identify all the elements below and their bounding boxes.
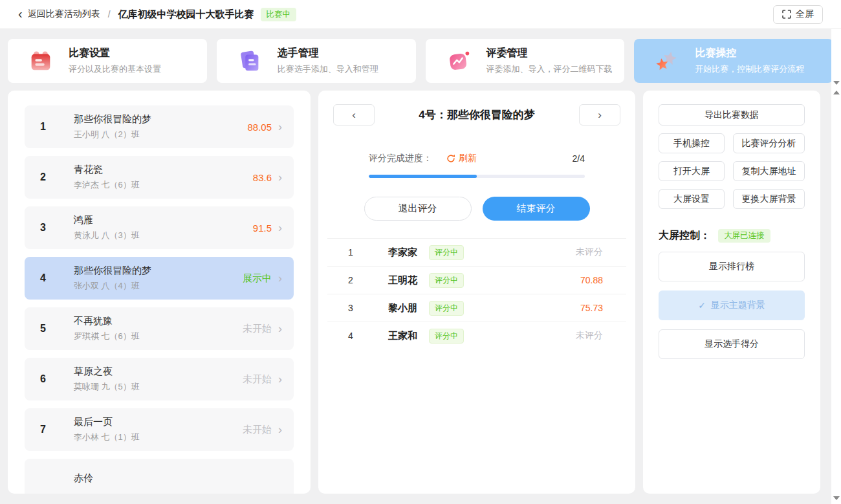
exit-scoring-button[interactable]: 退出评分 bbox=[364, 197, 472, 221]
copy-bigscreen-url-label: 复制大屏地址 bbox=[742, 166, 796, 177]
nav-cards-row: 比赛设置 评分以及比赛的基本设置 选手管理 比赛选手添加、导入和管理 bbox=[8, 39, 833, 83]
fullscreen-button[interactable]: 全屏 bbox=[773, 5, 823, 24]
contestant-name: 罗琪祺 七（6）班 bbox=[74, 331, 243, 342]
competition-status-badge: 比赛中 bbox=[261, 8, 297, 21]
exit-scoring-label: 退出评分 bbox=[399, 203, 437, 215]
card-title: 评委管理 bbox=[486, 47, 613, 60]
contestant-row-4-selected[interactable]: 4 那些你很冒险的梦 张小双 八（4）班 展示中 › bbox=[25, 257, 294, 300]
export-data-button[interactable]: 导出比赛数据 bbox=[659, 104, 805, 126]
breadcrumb-separator: / bbox=[107, 9, 112, 19]
contestant-song: 不再犹豫 bbox=[74, 315, 243, 327]
nav-card-competition-settings[interactable]: 比赛设置 评分以及比赛的基本设置 bbox=[8, 39, 207, 83]
change-bigscreen-bg-button[interactable]: 更换大屏背景 bbox=[733, 189, 805, 209]
contestant-row-1[interactable]: 1 那些你很冒险的梦 王小明 八（2）班 88.05 › bbox=[25, 105, 294, 148]
check-icon: ✓ bbox=[698, 300, 706, 311]
nav-card-competition-control[interactable]: 比赛操控 开始比赛，控制比赛评分流程 bbox=[634, 39, 833, 83]
scoring-panel: ‹ 4号：那些你很冒险的梦 › 评分完成进度： 刷新 bbox=[318, 91, 635, 494]
contestant-song: 最后一页 bbox=[74, 416, 243, 428]
contestant-row-7[interactable]: 7 最后一页 李小林 七（1）班 未开始 › bbox=[25, 408, 294, 451]
refresh-label: 刷新 bbox=[459, 153, 477, 164]
show-theme-bg-button[interactable]: ✓ 显示主题背景 bbox=[659, 290, 805, 320]
contestant-name: 张小双 八（4）班 bbox=[74, 280, 243, 292]
main-content: 1 那些你很冒险的梦 王小明 八（2）班 88.05 › 2 青花瓷 李泸杰 七… bbox=[8, 91, 833, 494]
chevron-right-icon: › bbox=[278, 323, 282, 334]
nav-card-judge-management[interactable]: 评委管理 评委添加、导入，评分二维码下载 bbox=[426, 39, 625, 83]
contestant-song: 赤伶 bbox=[74, 472, 282, 485]
contestant-status: 未开始 bbox=[243, 373, 272, 386]
contestant-name: 黄泳儿 八（3）班 bbox=[74, 230, 253, 241]
current-contestant-title: 4号：那些你很冒险的梦 bbox=[375, 107, 579, 122]
finish-scoring-label: 结束评分 bbox=[517, 203, 556, 215]
contestant-song: 草原之夜 bbox=[74, 366, 243, 378]
judge-row-4[interactable]: 4 王家和 评分中 未评分 bbox=[327, 322, 626, 349]
scroll-down-icon[interactable] bbox=[833, 81, 840, 85]
card-subtitle: 开始比赛，控制比赛评分流程 bbox=[695, 63, 804, 75]
players-icon bbox=[236, 47, 263, 74]
contestant-status: 未开始 bbox=[243, 323, 272, 335]
refresh-icon bbox=[446, 154, 455, 163]
fullscreen-icon bbox=[782, 10, 791, 19]
chevron-right-icon: › bbox=[278, 171, 282, 183]
show-player-score-label: 显示选手得分 bbox=[704, 338, 759, 350]
score-analysis-button[interactable]: 比赛评分分析 bbox=[733, 133, 805, 153]
show-ranking-label: 显示排行榜 bbox=[709, 261, 754, 272]
card-title: 比赛设置 bbox=[69, 47, 161, 60]
competition-title: 亿库初级中学校园十大歌手比赛 bbox=[118, 8, 254, 21]
contestant-row-5[interactable]: 5 不再犹豫 罗琪祺 七（6）班 未开始 › bbox=[25, 307, 294, 350]
contestant-status: 展示中 bbox=[243, 272, 272, 285]
judge-status-badge: 评分中 bbox=[429, 273, 464, 288]
contestant-number: 6 bbox=[40, 373, 74, 385]
mobile-control-button[interactable]: 手机操控 bbox=[659, 133, 725, 153]
judge-row-1[interactable]: 1 李家家 评分中 未评分 bbox=[327, 238, 626, 266]
copy-bigscreen-url-button[interactable]: 复制大屏地址 bbox=[733, 161, 805, 181]
progress-count: 2/4 bbox=[573, 153, 585, 164]
prev-contestant-button[interactable]: ‹ bbox=[333, 104, 375, 126]
controls-panel: 导出比赛数据 手机操控 比赛评分分析 打开大屏 复制大屏地址 大屏设置 更换大屏… bbox=[643, 91, 820, 494]
contestant-row-8[interactable]: 赤伶 bbox=[25, 459, 294, 494]
contestant-row-6[interactable]: 6 草原之夜 莫咏珊 九（5）班 未开始 › bbox=[25, 358, 294, 400]
show-player-score-button[interactable]: 显示选手得分 bbox=[659, 329, 805, 359]
open-bigscreen-label: 打开大屏 bbox=[673, 166, 710, 177]
judges-icon bbox=[445, 47, 472, 74]
progress-fill bbox=[369, 175, 477, 178]
judge-score: 75.73 bbox=[580, 303, 603, 313]
judge-number: 3 bbox=[348, 303, 362, 313]
judge-name: 王家和 bbox=[388, 330, 417, 342]
contestant-row-3[interactable]: 3 鸿雁 黄泳儿 八（3）班 91.5 › bbox=[25, 206, 294, 249]
refresh-link[interactable]: 刷新 bbox=[446, 153, 477, 164]
calendar-icon bbox=[27, 47, 54, 74]
judge-table: 1 李家家 评分中 未评分 2 王明花 评分中 70.88 3 黎小朋 评分中 … bbox=[318, 238, 635, 349]
card-subtitle: 比赛选手添加、导入和管理 bbox=[278, 63, 378, 75]
scroll-up-icon[interactable] bbox=[833, 91, 840, 94]
judge-status-badge: 评分中 bbox=[429, 245, 464, 260]
export-data-label: 导出比赛数据 bbox=[704, 109, 759, 121]
bigscreen-settings-button[interactable]: 大屏设置 bbox=[659, 189, 725, 209]
contestant-row-2[interactable]: 2 青花瓷 李泸杰 七（6）班 83.6 › bbox=[25, 156, 294, 199]
back-link[interactable]: ‹ 返回比赛活动列表 bbox=[18, 8, 100, 21]
show-ranking-button[interactable]: 显示排行榜 bbox=[659, 252, 805, 281]
nav-card-player-management[interactable]: 选手管理 比赛选手添加、导入和管理 bbox=[217, 39, 416, 83]
progress-bar bbox=[369, 175, 585, 178]
next-contestant-button[interactable]: › bbox=[579, 104, 620, 126]
judge-status-badge: 评分中 bbox=[429, 329, 464, 344]
contestant-list-panel: 1 那些你很冒险的梦 王小明 八（2）班 88.05 › 2 青花瓷 李泸杰 七… bbox=[8, 91, 311, 494]
chevron-right-icon: › bbox=[278, 121, 282, 133]
back-label: 返回比赛活动列表 bbox=[28, 8, 100, 20]
open-bigscreen-button[interactable]: 打开大屏 bbox=[659, 161, 725, 181]
judge-name: 王明花 bbox=[388, 274, 417, 287]
chevron-right-icon: › bbox=[278, 424, 282, 435]
finish-scoring-button[interactable]: 结束评分 bbox=[483, 197, 590, 221]
contestant-score: 83.6 bbox=[253, 172, 272, 183]
contestant-number: 7 bbox=[40, 424, 74, 435]
contestant-number: 3 bbox=[40, 222, 74, 234]
fullscreen-label: 全屏 bbox=[796, 8, 814, 20]
card-subtitle: 评委添加、导入，评分二维码下载 bbox=[486, 63, 613, 75]
page-scrollbar[interactable] bbox=[831, 29, 841, 504]
judge-score: 未评分 bbox=[576, 247, 603, 258]
judge-score: 未评分 bbox=[576, 330, 603, 342]
judge-row-2[interactable]: 2 王明花 评分中 70.88 bbox=[327, 266, 626, 294]
contestant-name: 李泸杰 七（6）班 bbox=[74, 179, 253, 191]
scroll-down-icon[interactable] bbox=[833, 496, 840, 500]
judge-row-3[interactable]: 3 黎小朋 评分中 75.73 bbox=[327, 294, 626, 322]
judge-status-badge: 评分中 bbox=[429, 301, 464, 316]
